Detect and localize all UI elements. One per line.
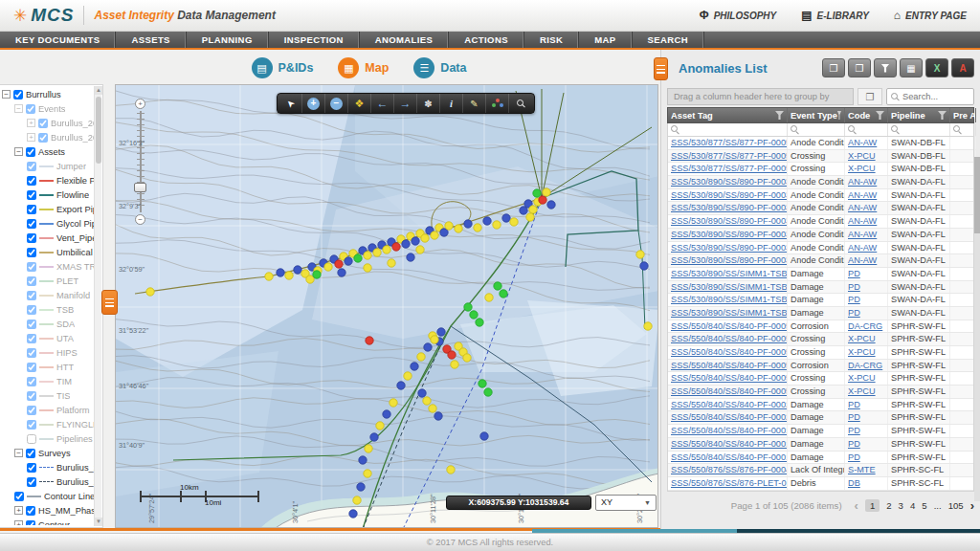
nav-item-actions[interactable]: ACTIONS [449, 32, 524, 48]
layer-item-jumper[interactable]: Jumper [2, 159, 94, 173]
scroll-down-icon[interactable]: ▼ [95, 518, 102, 526]
next-extent-button[interactable]: → [394, 94, 417, 113]
table-row[interactable]: SSS/530/877/SS/877-PF-0005Anode Conditi.… [668, 137, 973, 150]
code-link[interactable]: AN-AW [848, 216, 877, 226]
code-link[interactable]: X-PCU [848, 164, 876, 173]
table-row[interactable]: SSS/550/840/SS/840-PF-0005CrossingX-PCUS… [668, 372, 973, 386]
anomaly-dot[interactable] [529, 206, 537, 213]
anomaly-dot[interactable] [448, 351, 456, 359]
code-link[interactable]: PD [848, 439, 860, 449]
asset-tag-link[interactable]: SSS/530/877/SS/877-PF-0005 [671, 151, 788, 161]
layer-item-hs-mm-phasei-ii-v[interactable]: +HS_MM_PhaseI_II_v [2, 503, 94, 518]
layer-checkbox[interactable] [27, 420, 36, 430]
asset-tag-link[interactable]: SSS/550/840/SS/840-PF-0001 [671, 439, 788, 449]
table-row[interactable]: SSS/530/890/SS/890-PF-0003Anode Conditi.… [668, 254, 973, 268]
code-link[interactable]: AN-AW [848, 203, 877, 212]
layer-item-burulius-2015[interactable]: Burulius_2015 [2, 474, 94, 489]
collapse-rows-button[interactable]: ❐ [822, 58, 845, 77]
asset-tag-link[interactable]: SSS/530/890/SS/890-PF-0003 [671, 230, 788, 239]
layer-label[interactable]: Burrullus [26, 90, 61, 99]
layer-checkbox[interactable] [27, 176, 36, 186]
layer-checkbox[interactable] [27, 248, 36, 257]
table-row[interactable]: SSS/530/890/SS/SIMM1-TSB-...DamagePDSWAN… [668, 281, 973, 295]
anomaly-dot[interactable] [455, 225, 462, 232]
layer-checkbox[interactable] [27, 262, 36, 272]
panel-toggle-button[interactable] [654, 57, 668, 80]
code-link[interactable]: PD [848, 426, 860, 435]
nav-item-map[interactable]: MAP [579, 32, 632, 48]
table-row[interactable]: SSS/530/890/SS/890-PF-0003Anode Conditi.… [668, 176, 973, 189]
layer-label[interactable]: Contour Lines [44, 492, 94, 501]
layer-checkbox[interactable] [38, 119, 48, 128]
tree-expander-icon[interactable]: + [27, 133, 35, 142]
table-row[interactable]: SSS/530/877/SS/877-PF-0005CrossingX-PCUS… [668, 163, 973, 176]
column-header-pre-ass[interactable]: Pre Ass [950, 108, 976, 122]
filter-cell[interactable] [668, 123, 788, 136]
layer-checkbox[interactable] [26, 449, 35, 458]
layer-item-flexible-pipe[interactable]: Flexible Pipe [2, 173, 94, 187]
layer-item-tsb[interactable]: TSB [2, 302, 94, 317]
anomaly-dot[interactable] [417, 353, 425, 361]
anomaly-dot[interactable] [383, 246, 390, 253]
asset-tag-link[interactable]: SSS/530/890/SS/SIMM1-TSB-... [671, 295, 788, 304]
layer-label[interactable]: FLYINGLEADS [56, 420, 94, 430]
anomaly-dot[interactable] [359, 456, 367, 464]
layer-item-contour-lines[interactable]: Contour Lines [2, 489, 94, 503]
coordinate-mode-select[interactable]: XY ▼ [595, 495, 657, 511]
tree-expander-icon[interactable]: − [14, 104, 23, 113]
layer-label[interactable]: Flexible Pipe [56, 176, 94, 186]
pager-prev-icon[interactable]: ‹ [855, 498, 858, 513]
column-header-code[interactable]: Code [845, 108, 888, 122]
zoom-in-tool-button[interactable]: + [302, 94, 325, 113]
sidebar-scrollbar[interactable]: ▲ ▼ [94, 86, 101, 526]
asset-tag-link[interactable]: SSS/530/890/SS/SIMM1-TSB-... [671, 282, 788, 292]
pointer-tool-button[interactable]: ➤ [279, 94, 302, 113]
nav-item-planning[interactable]: PLANNING [187, 32, 269, 48]
anomaly-dot[interactable] [533, 189, 541, 197]
layer-item-burullus-2015[interactable]: +Burullus_2015 [2, 130, 94, 144]
layer-item-glycol-pipe[interactable]: Glycol Pipe [2, 216, 94, 231]
column-filter-icon[interactable] [837, 111, 841, 120]
nav-item-anomalies[interactable]: ANOMALIES [360, 32, 450, 48]
scroll-thumb[interactable] [96, 97, 101, 164]
draw-tool-button[interactable]: ✎ [463, 94, 486, 113]
table-row[interactable]: SSS/530/890/SS/890-PF-0003Anode Conditi.… [668, 242, 973, 255]
expand-rows-button[interactable]: ❐ [848, 58, 871, 77]
layer-label[interactable]: HTT [56, 363, 74, 372]
table-row[interactable]: SSS/530/890/SS/SIMM1-TSB-...DamagePDSWAN… [668, 307, 973, 320]
layer-label[interactable]: Jumper [56, 162, 86, 171]
anomaly-dot[interactable] [416, 246, 424, 253]
asset-tag-link[interactable]: SSS/530/890/SS/890-PF-0003 [671, 190, 788, 200]
code-link[interactable]: X-PCU [848, 347, 876, 357]
asset-tag-link[interactable]: SSS/550/876/SS/876-PLET-01 [671, 478, 788, 488]
anomaly-dot[interactable] [349, 510, 357, 518]
anomaly-dot[interactable] [480, 432, 488, 440]
anomaly-dot[interactable] [494, 282, 501, 290]
layer-label[interactable]: Burullus_2017 [51, 119, 94, 128]
code-link[interactable]: AN-AW [848, 190, 877, 200]
asset-tag-link[interactable]: SSS/550/840/SS/840-PF-0001 [671, 426, 788, 435]
anomaly-dot[interactable] [539, 196, 546, 204]
anomaly-dot[interactable] [464, 220, 472, 228]
nav-item-assets[interactable]: ASSETS [116, 32, 186, 48]
anomaly-dot[interactable] [338, 269, 345, 276]
code-link[interactable]: PD [848, 269, 860, 278]
anomaly-dot[interactable] [383, 410, 390, 418]
layer-label[interactable]: Manifold [56, 291, 90, 300]
layer-item-pipelines-charts[interactable]: Pipelines Charts [2, 431, 94, 446]
layer-label[interactable]: Assets [38, 147, 65, 157]
nav-item-risk[interactable]: RISK [524, 32, 579, 48]
asset-tag-link[interactable]: SSS/550/840/SS/840-PF-0002 [671, 412, 788, 422]
export-pdf-button[interactable]: A [951, 58, 974, 77]
tree-expander-icon[interactable]: + [14, 506, 23, 515]
code-link[interactable]: AN-AW [848, 243, 877, 253]
layer-item-flowline[interactable]: Flowline [2, 187, 94, 202]
asset-tag-link[interactable]: SSS/530/890/SS/SIMM1-TSB-... [671, 308, 788, 318]
anomaly-dot[interactable] [644, 322, 652, 330]
layer-item-uta[interactable]: UTA [2, 331, 94, 345]
grid-scroll-thumb[interactable] [974, 157, 980, 233]
group-by-dropzone[interactable]: Drag a column header here to group by [667, 88, 854, 105]
code-link[interactable]: PD [848, 452, 860, 462]
layer-checkbox[interactable] [27, 190, 36, 200]
asset-tag-link[interactable]: SSS/550/840/SS/840-PF-0005 [671, 347, 788, 357]
